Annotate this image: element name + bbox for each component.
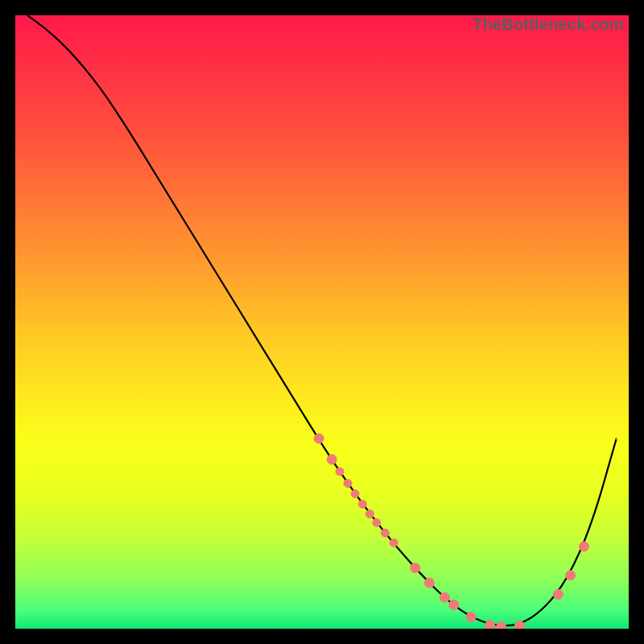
chart-marker — [365, 510, 374, 518]
chart-marker — [514, 621, 524, 629]
chart-curve — [27, 15, 617, 625]
chart-marker — [485, 620, 495, 629]
chart-frame: TheBottleneck.com — [0, 0, 644, 644]
chart-marker — [497, 622, 506, 629]
chart-marker — [466, 613, 476, 622]
chart-marker — [449, 600, 459, 609]
chart-marker — [579, 542, 588, 551]
chart-marker — [344, 479, 352, 487]
chart-marker — [327, 455, 336, 464]
chart-marker — [351, 489, 359, 497]
chart-svg — [15, 15, 629, 629]
chart-markers-group — [314, 434, 588, 629]
chart-marker — [390, 539, 398, 547]
chart-marker — [314, 434, 324, 444]
chart-marker — [358, 500, 366, 508]
chart-plot-area: TheBottleneck.com — [15, 15, 629, 629]
chart-marker — [373, 518, 381, 526]
chart-marker — [566, 571, 576, 580]
chart-marker — [382, 529, 390, 537]
chart-marker — [411, 564, 420, 573]
chart-marker — [553, 589, 563, 599]
chart-marker — [336, 468, 344, 476]
chart-marker — [424, 578, 434, 588]
watermark-text: TheBottleneck.com — [473, 15, 624, 34]
chart-marker — [440, 592, 449, 602]
